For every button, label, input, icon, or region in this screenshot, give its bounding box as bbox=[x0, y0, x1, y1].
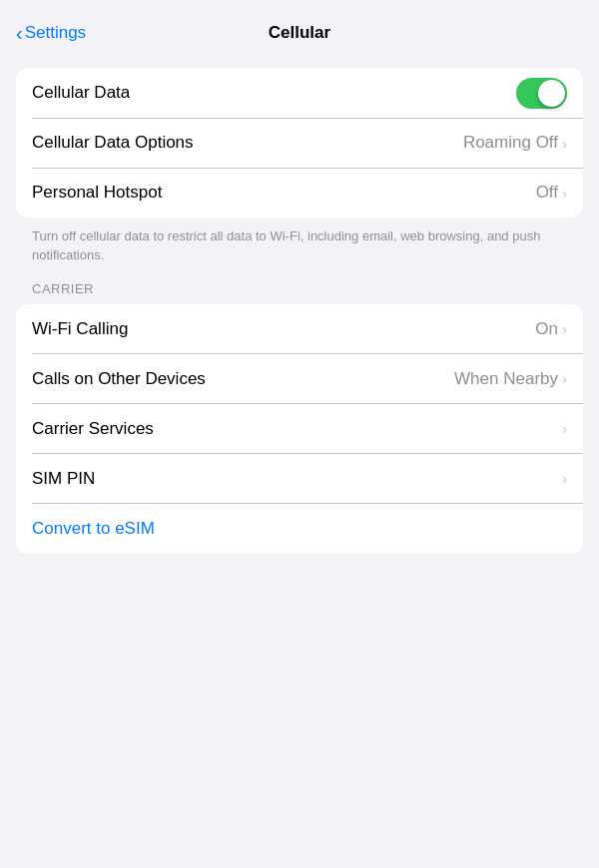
chevron-icon: › bbox=[562, 320, 567, 337]
chevron-icon: › bbox=[562, 370, 567, 387]
back-chevron-icon: ‹ bbox=[16, 22, 23, 45]
convert-esim-row[interactable]: Convert to eSIM bbox=[16, 504, 583, 554]
cellular-data-row[interactable]: Cellular Data bbox=[16, 68, 583, 118]
carrier-services-right: › bbox=[562, 420, 567, 437]
navigation-bar: ‹ Settings Cellular bbox=[0, 0, 599, 60]
cellular-data-label: Cellular Data bbox=[32, 83, 130, 103]
carrier-services-label: Carrier Services bbox=[32, 419, 154, 439]
calls-other-devices-right: When Nearby › bbox=[454, 369, 567, 389]
sim-pin-row[interactable]: SIM PIN › bbox=[16, 454, 583, 504]
wifi-calling-right: On › bbox=[535, 319, 567, 339]
calls-other-devices-value: When Nearby bbox=[454, 369, 558, 389]
cellular-data-toggle[interactable] bbox=[516, 78, 567, 109]
chevron-icon: › bbox=[562, 420, 567, 437]
cellular-data-options-value: Roaming Off bbox=[463, 133, 558, 153]
cellular-section-card: Cellular Data Cellular Data Options Roam… bbox=[16, 68, 583, 217]
convert-esim-label: Convert to eSIM bbox=[32, 519, 155, 539]
back-label: Settings bbox=[25, 23, 86, 43]
chevron-icon: › bbox=[562, 470, 567, 487]
sim-pin-right: › bbox=[562, 470, 567, 487]
chevron-icon: › bbox=[562, 135, 567, 152]
personal-hotspot-right: Off › bbox=[536, 183, 567, 203]
wifi-calling-value: On bbox=[535, 319, 558, 339]
cellular-info-text: Turn off cellular data to restrict all d… bbox=[0, 217, 599, 281]
wifi-calling-row[interactable]: Wi-Fi Calling On › bbox=[16, 304, 583, 354]
calls-other-devices-row[interactable]: Calls on Other Devices When Nearby › bbox=[16, 354, 583, 404]
carrier-section-card: Wi-Fi Calling On › Calls on Other Device… bbox=[16, 304, 583, 554]
content-area: Cellular Data Cellular Data Options Roam… bbox=[0, 60, 599, 562]
chevron-icon: › bbox=[562, 185, 567, 202]
calls-other-devices-label: Calls on Other Devices bbox=[32, 369, 206, 389]
cellular-data-options-right: Roaming Off › bbox=[463, 133, 567, 153]
personal-hotspot-label: Personal Hotspot bbox=[32, 183, 162, 203]
personal-hotspot-row[interactable]: Personal Hotspot Off › bbox=[16, 168, 583, 217]
carrier-section-header: CARRIER bbox=[0, 281, 599, 304]
toggle-knob bbox=[538, 80, 565, 107]
page-title: Cellular bbox=[269, 23, 330, 43]
carrier-services-row[interactable]: Carrier Services › bbox=[16, 404, 583, 454]
cellular-data-options-row[interactable]: Cellular Data Options Roaming Off › bbox=[16, 118, 583, 168]
back-button[interactable]: ‹ Settings bbox=[16, 22, 86, 45]
sim-pin-label: SIM PIN bbox=[32, 469, 95, 489]
personal-hotspot-value: Off bbox=[536, 183, 558, 203]
wifi-calling-label: Wi-Fi Calling bbox=[32, 319, 128, 339]
cellular-data-options-label: Cellular Data Options bbox=[32, 133, 194, 153]
